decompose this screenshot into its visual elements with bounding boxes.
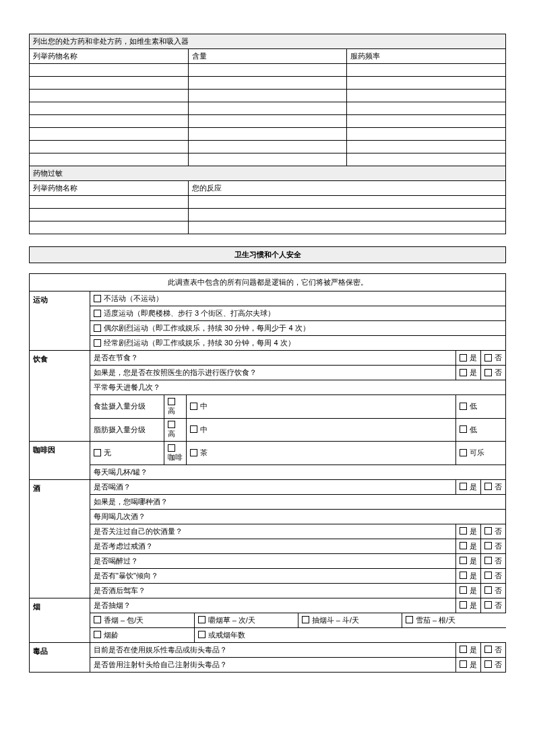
checkbox-icon[interactable]	[190, 425, 197, 433]
table-row[interactable]	[30, 141, 506, 153]
yes-option[interactable]: 是	[455, 568, 480, 583]
checkbox-icon[interactable]	[94, 310, 101, 317]
checkbox-icon[interactable]	[484, 483, 492, 490]
checkbox-icon[interactable]	[484, 601, 492, 609]
table-row[interactable]	[30, 64, 506, 77]
checkbox-icon[interactable]	[460, 369, 467, 376]
no-option[interactable]: 否	[480, 598, 505, 613]
salt-low[interactable]: 低	[455, 395, 505, 419]
fat-low[interactable]: 低	[455, 418, 505, 442]
yes-option[interactable]: 是	[455, 583, 480, 598]
diet-q3[interactable]: 平常每天进餐几次？	[90, 380, 506, 395]
checkbox-icon[interactable]	[94, 631, 101, 638]
yes-option[interactable]: 是	[455, 351, 480, 366]
tobacco-pipe[interactable]: 抽烟斗 – 斗/天	[298, 613, 402, 628]
table-row[interactable]	[30, 115, 506, 128]
checkbox-icon[interactable]	[484, 660, 492, 668]
salt-high[interactable]: 高	[164, 395, 187, 419]
table-row[interactable]	[30, 209, 506, 221]
checkbox-icon[interactable]	[460, 660, 467, 668]
checkbox-icon[interactable]	[460, 572, 467, 579]
caffeine-cups[interactable]: 每天喝几杯/罐？	[90, 465, 506, 479]
checkbox-icon[interactable]	[168, 421, 175, 428]
checkbox-icon[interactable]	[484, 354, 492, 362]
allergy-col-name: 列举药物名称	[30, 181, 189, 196]
no-option[interactable]: 否	[480, 553, 505, 568]
checkbox-icon[interactable]	[168, 398, 175, 405]
yes-option[interactable]: 是	[455, 598, 480, 613]
checkbox-icon[interactable]	[484, 572, 492, 579]
checkbox-icon[interactable]	[460, 601, 467, 609]
no-option[interactable]: 否	[480, 657, 505, 672]
checkbox-icon[interactable]	[302, 616, 309, 623]
exercise-opt2[interactable]: 适度运动（即爬楼梯、步行 3 个街区、打高尔夫球）	[90, 306, 506, 321]
checkbox-icon[interactable]	[484, 557, 492, 564]
checkbox-icon[interactable]	[94, 616, 101, 623]
checkbox-icon[interactable]	[484, 369, 492, 376]
yes-option[interactable]: 是	[455, 524, 480, 539]
tobacco-cig[interactable]: 香烟 – 包/天	[90, 613, 194, 628]
checkbox-icon[interactable]	[198, 616, 206, 623]
caffeine-tea[interactable]: 茶	[187, 442, 456, 465]
checkbox-icon[interactable]	[168, 444, 175, 452]
tobacco-quit[interactable]: 或戒烟年数	[194, 628, 505, 642]
checkbox-icon[interactable]	[460, 646, 467, 653]
no-option[interactable]: 否	[480, 568, 505, 583]
yes-option[interactable]: 是	[455, 539, 480, 553]
no-option[interactable]: 否	[480, 479, 505, 494]
table-row[interactable]	[30, 128, 506, 141]
checkbox-icon[interactable]	[460, 557, 467, 564]
no-option[interactable]: 否	[480, 351, 505, 366]
table-row[interactable]	[30, 90, 506, 102]
tobacco-years[interactable]: 烟龄	[90, 628, 194, 642]
yes-option[interactable]: 是	[455, 642, 480, 657]
no-option[interactable]: 否	[480, 524, 505, 539]
checkbox-icon[interactable]	[190, 449, 197, 456]
checkbox-icon[interactable]	[198, 631, 206, 638]
caffeine-coffee[interactable]: 咖啡	[164, 442, 187, 465]
checkbox-icon[interactable]	[460, 354, 467, 362]
no-option[interactable]: 否	[480, 366, 505, 380]
checkbox-icon[interactable]	[94, 324, 101, 332]
tobacco-chew[interactable]: 嚼烟草 – 次/天	[194, 613, 298, 628]
alcohol-q2[interactable]: 如果是，您喝哪种酒？	[90, 494, 506, 509]
checkbox-icon[interactable]	[484, 542, 492, 549]
checkbox-icon[interactable]	[406, 616, 413, 623]
exercise-opt4[interactable]: 经常剧烈运动（即工作或娱乐，持续 30 分钟，每周 4 次）	[90, 336, 506, 351]
checkbox-icon[interactable]	[484, 527, 492, 535]
caffeine-cola[interactable]: 可乐	[455, 442, 505, 465]
yes-option[interactable]: 是	[455, 657, 480, 672]
no-option[interactable]: 否	[480, 539, 505, 553]
salt-mid[interactable]: 中	[187, 395, 456, 419]
no-option[interactable]: 否	[480, 583, 505, 598]
checkbox-icon[interactable]	[460, 586, 467, 594]
fat-high[interactable]: 高	[164, 418, 187, 442]
caffeine-none[interactable]: 无	[90, 442, 164, 465]
yes-option[interactable]: 是	[455, 479, 480, 494]
checkbox-icon[interactable]	[460, 542, 467, 549]
no-option[interactable]: 否	[480, 642, 505, 657]
tobacco-cigar[interactable]: 雪茄 – 根/天	[402, 613, 505, 628]
table-row[interactable]	[30, 196, 506, 209]
checkbox-icon[interactable]	[484, 586, 492, 594]
checkbox-icon[interactable]	[460, 527, 467, 535]
checkbox-icon[interactable]	[460, 449, 467, 456]
checkbox-icon[interactable]	[460, 483, 467, 490]
checkbox-icon[interactable]	[94, 339, 101, 347]
checkbox-icon[interactable]	[94, 449, 101, 456]
exercise-opt1[interactable]: 不活动（不运动）	[90, 291, 506, 306]
fat-mid[interactable]: 中	[187, 418, 456, 442]
checkbox-icon[interactable]	[460, 403, 467, 410]
exercise-opt3[interactable]: 偶尔剧烈运动（即工作或娱乐，持续 30 分钟，每周少于 4 次）	[90, 321, 506, 336]
alcohol-q3[interactable]: 每周喝几次酒？	[90, 509, 506, 524]
table-row[interactable]	[30, 102, 506, 115]
checkbox-icon[interactable]	[460, 425, 467, 433]
checkbox-icon[interactable]	[484, 646, 492, 653]
checkbox-icon[interactable]	[190, 403, 197, 410]
table-row[interactable]	[30, 77, 506, 90]
checkbox-icon[interactable]	[94, 295, 101, 302]
yes-option[interactable]: 是	[455, 553, 480, 568]
table-row[interactable]	[30, 153, 506, 166]
table-row[interactable]	[30, 221, 506, 234]
yes-option[interactable]: 是	[455, 366, 480, 380]
